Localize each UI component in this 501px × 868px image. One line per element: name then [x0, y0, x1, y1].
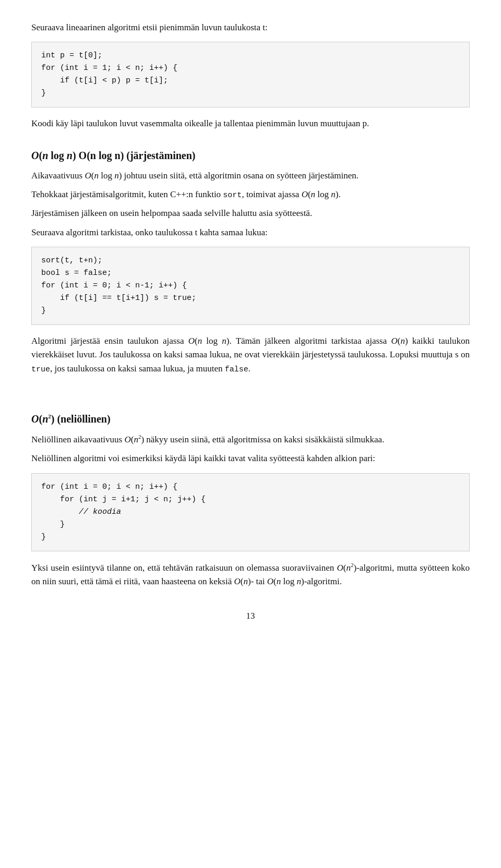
false-keyword: false	[225, 365, 248, 374]
section-heading-n2: O(n2) (neliöllinen)	[31, 411, 470, 427]
n2-para2: Neliöllinen algoritmi voi esimerkiksi kä…	[31, 452, 470, 465]
nlogn-para3: Järjestämisen jälkeen on usein helpompaa…	[31, 207, 470, 220]
section-heading-nlogn-text: O(n log n) O(n log n) (järjestäminen)	[31, 150, 195, 161]
true-keyword: true	[31, 365, 50, 374]
o-n2-math: O	[31, 413, 39, 425]
intro-desc1: Koodi käy läpi taulukon luvut vasemmalta…	[31, 117, 470, 130]
code-block-3: for (int i = 0; i < n; i++) { for (int j…	[31, 473, 470, 551]
code-block-1: int p = t[0]; for (int i = 1; i < n; i++…	[31, 42, 470, 107]
nlogn-para4: Seuraava algoritmi tarkistaa, onko taulu…	[31, 226, 470, 239]
nlogn-para2: Tehokkaat järjestämisalgoritmit, kuten C…	[31, 188, 470, 201]
section-heading-n2-label: (neliöllinen)	[57, 413, 110, 425]
n2-para3: Yksi usein esiintyvä tilanne on, että te…	[31, 561, 470, 588]
page-number: 13	[31, 609, 470, 623]
code-block-2: sort(t, t+n); bool s = false; for (int i…	[31, 247, 470, 325]
n2-para1: Neliöllinen aikavaativuus O(n2) näkyy us…	[31, 432, 470, 447]
section-heading-nlogn: O(n log n) O(n log n) (järjestäminen)	[31, 148, 470, 164]
sort-keyword: sort	[223, 191, 242, 200]
nlogn-para1: Aikavaativuus O(n log n) johtuu usein si…	[31, 169, 470, 183]
intro-line1: Seuraava lineaarinen algoritmi etsii pie…	[31, 21, 470, 34]
o-nlogn-math: O	[31, 150, 39, 161]
nlogn-para5: Algoritmi järjestää ensin taulukon ajass…	[31, 334, 470, 376]
